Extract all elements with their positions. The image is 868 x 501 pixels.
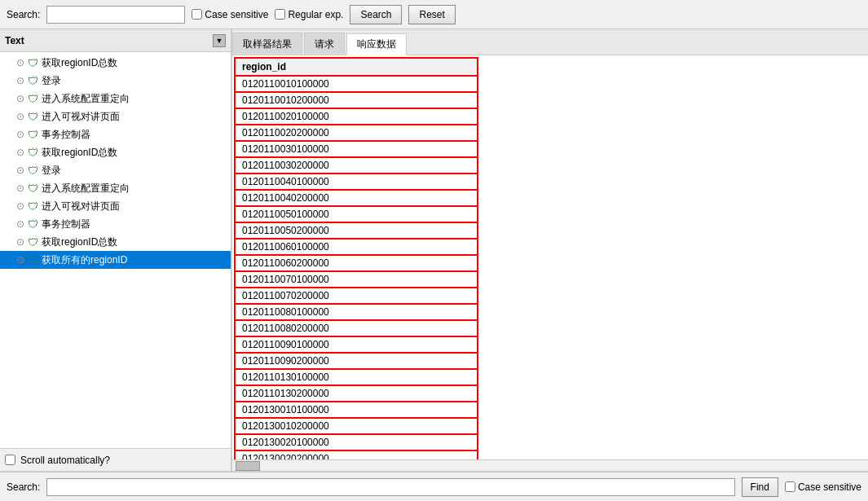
table-row[interactable]: 0120110130200000: [235, 385, 478, 402]
left-panel-header: Text ▼: [0, 29, 231, 52]
table-row[interactable]: 0120130020200000: [235, 450, 478, 459]
bottom-case-sensitive-option[interactable]: Case sensitive: [785, 481, 861, 493]
tree-item[interactable]: ⊙ 🛡 进入系统配置重定向: [0, 90, 231, 108]
shield-icon: 🛡: [26, 92, 39, 105]
tree-connector: ⊙: [16, 129, 24, 140]
tree-item[interactable]: ⊙ 🛡 进入可视对讲页面: [0, 108, 231, 125]
case-sensitive-checkbox[interactable]: [192, 9, 202, 20]
table-row[interactable]: 0120110090100000: [235, 336, 478, 353]
tree-container[interactable]: ⊙ 🛡 获取regionID总数 ⊙ 🛡 登录 ⊙ 🛡 进入系统配置重定向 ⊙ …: [0, 52, 231, 448]
table-row[interactable]: 0120130020100000: [235, 434, 478, 450]
tree-item[interactable]: ⊙ 🛡 事务控制器: [0, 125, 231, 143]
shield-icon: 🛡: [26, 56, 39, 69]
shield-icon: 🛡: [26, 146, 39, 159]
tree-item[interactable]: ⊙ 🛡 登录: [0, 161, 231, 179]
tree-item[interactable]: ⊙ 🛡 事务控制器: [0, 215, 231, 233]
tree-item-label: 事务控制器: [42, 218, 90, 231]
table-row[interactable]: 0120110040100000: [235, 174, 478, 190]
table-row[interactable]: 0120110060200000: [235, 255, 478, 271]
regex-checkbox[interactable]: [275, 9, 285, 20]
cell-region-id: 0120130010200000: [235, 418, 478, 434]
table-row[interactable]: 0120130010100000: [235, 402, 478, 418]
tree-item[interactable]: ⊙ 🛡 登录: [0, 72, 231, 90]
table-row[interactable]: 0120110050200000: [235, 222, 478, 239]
table-row[interactable]: 0120110020200000: [235, 125, 478, 141]
scroll-thumb[interactable]: [236, 461, 260, 471]
top-search-label: Search:: [7, 9, 40, 20]
table-row[interactable]: 0120110060100000: [235, 239, 478, 255]
cell-region-id: 0120110070100000: [235, 271, 478, 288]
reset-button[interactable]: Reset: [408, 5, 455, 24]
tree-item[interactable]: ⊙ 🛡 进入可视对讲页面: [0, 197, 231, 215]
tree-item-label: 进入可视对讲页面: [42, 110, 120, 124]
tree-connector: ⊙: [16, 218, 24, 230]
text-column-header: Text: [5, 35, 24, 46]
tree-item-label: 获取regionID总数: [42, 56, 117, 70]
shield-icon: 🛡: [26, 253, 39, 266]
tree-item-label: 事务控制器: [42, 128, 90, 142]
table-row[interactable]: 0120110090200000: [235, 353, 478, 369]
table-row[interactable]: 0120110030200000: [235, 157, 478, 174]
horizontal-scrollbar[interactable]: [232, 459, 868, 471]
tab-request[interactable]: 请求: [304, 33, 345, 55]
left-panel-footer: Scroll automatically?: [0, 448, 231, 471]
cell-region-id: 0120130010100000: [235, 402, 478, 418]
tree-item[interactable]: ⊙ 🛡 进入系统配置重定向: [0, 179, 231, 197]
bottom-search-input[interactable]: [46, 478, 734, 496]
data-table: region_id 012011001010000001201100102000…: [234, 57, 478, 459]
shield-icon: 🛡: [26, 110, 39, 123]
cell-region-id: 0120110130200000: [235, 385, 478, 402]
table-row[interactable]: 0120110080100000: [235, 304, 478, 320]
scroll-auto-checkbox[interactable]: [5, 455, 15, 465]
cell-region-id: 0120110010100000: [235, 76, 478, 92]
tree-item[interactable]: ⊙ 🛡 获取regionID总数: [0, 233, 231, 251]
find-button[interactable]: Find: [742, 477, 778, 497]
cell-region-id: 0120110010200000: [235, 92, 478, 108]
tree-connector: ⊙: [16, 57, 24, 68]
cell-region-id: 0120110020200000: [235, 125, 478, 141]
table-row[interactable]: 0120110010100000: [235, 76, 478, 92]
table-row[interactable]: 0120110050100000: [235, 206, 478, 222]
tab-response[interactable]: 响应数据: [346, 33, 407, 55]
tree-item[interactable]: ⊙ 🛡 获取regionID总数: [0, 143, 231, 161]
table-row[interactable]: 0120130010200000: [235, 418, 478, 434]
table-row[interactable]: 0120110080200000: [235, 320, 478, 336]
shield-icon: 🛡: [26, 182, 39, 195]
tree-connector: ⊙: [16, 147, 24, 158]
bottom-search-label: Search:: [7, 481, 40, 493]
dropdown-button[interactable]: ▼: [213, 34, 226, 47]
table-row[interactable]: 0120110030100000: [235, 141, 478, 157]
cell-region-id: 0120110070200000: [235, 288, 478, 304]
cell-region-id: 0120110080100000: [235, 304, 478, 320]
tree-connector: ⊙: [16, 75, 24, 86]
tree-item-label: 获取regionID总数: [42, 146, 117, 160]
tree-item-label: 登录: [42, 74, 61, 88]
tree-connector: ⊙: [16, 182, 24, 194]
search-button[interactable]: Search: [350, 5, 402, 24]
top-search-input[interactable]: [46, 6, 185, 24]
table-row[interactable]: 0120110130100000: [235, 369, 478, 385]
table-row[interactable]: 0120110070200000: [235, 288, 478, 304]
left-panel: Text ▼ ⊙ 🛡 获取regionID总数 ⊙ 🛡 登录 ⊙ 🛡 进入系统配…: [0, 29, 232, 471]
tabs-bar: 取样器结果请求响应数据: [232, 29, 868, 55]
top-search-bar: Search: Case sensitive Regular exp. Sear…: [0, 0, 868, 29]
cell-region-id: 0120110050100000: [235, 206, 478, 222]
cell-region-id: 0120130020100000: [235, 434, 478, 450]
table-row[interactable]: 0120110070100000: [235, 271, 478, 288]
tree-connector: ⊙: [16, 236, 24, 248]
table-area[interactable]: region_id 012011001010000001201100102000…: [232, 55, 868, 459]
tree-item-label: 登录: [42, 164, 61, 178]
table-row[interactable]: 0120110010200000: [235, 92, 478, 108]
tree-connector: ⊙: [16, 165, 24, 176]
regex-option[interactable]: Regular exp.: [275, 9, 343, 20]
bottom-case-sensitive-checkbox[interactable]: [785, 481, 795, 492]
tree-item[interactable]: ⊙ 🛡 获取regionID总数: [0, 54, 231, 72]
tab-sampler[interactable]: 取样器结果: [232, 33, 302, 55]
shield-icon: 🛡: [26, 218, 39, 231]
table-row[interactable]: 0120110020100000: [235, 108, 478, 125]
tree-item[interactable]: ⊙ 🛡 获取所有的regionID: [0, 251, 231, 269]
table-row[interactable]: 0120110040200000: [235, 190, 478, 206]
case-sensitive-option[interactable]: Case sensitive: [192, 9, 268, 20]
tree-item-label: 进入系统配置重定向: [42, 182, 130, 196]
cell-region-id: 0120110050200000: [235, 222, 478, 239]
